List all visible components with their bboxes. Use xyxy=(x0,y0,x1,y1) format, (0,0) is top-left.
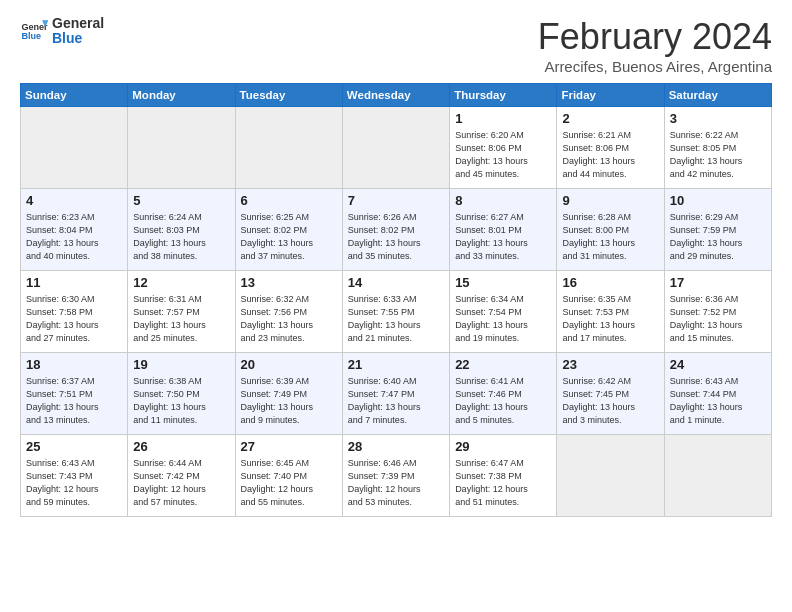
day-number: 29 xyxy=(455,439,551,454)
calendar-cell xyxy=(557,435,664,517)
day-info: Sunrise: 6:34 AM Sunset: 7:54 PM Dayligh… xyxy=(455,293,551,345)
day-number: 22 xyxy=(455,357,551,372)
day-info: Sunrise: 6:37 AM Sunset: 7:51 PM Dayligh… xyxy=(26,375,122,427)
day-info: Sunrise: 6:42 AM Sunset: 7:45 PM Dayligh… xyxy=(562,375,658,427)
calendar-cell: 14Sunrise: 6:33 AM Sunset: 7:55 PM Dayli… xyxy=(342,271,449,353)
day-number: 5 xyxy=(133,193,229,208)
calendar-cell: 25Sunrise: 6:43 AM Sunset: 7:43 PM Dayli… xyxy=(21,435,128,517)
calendar-cell xyxy=(21,107,128,189)
day-info: Sunrise: 6:24 AM Sunset: 8:03 PM Dayligh… xyxy=(133,211,229,263)
calendar-cell: 28Sunrise: 6:46 AM Sunset: 7:39 PM Dayli… xyxy=(342,435,449,517)
svg-text:Blue: Blue xyxy=(21,32,41,42)
day-info: Sunrise: 6:33 AM Sunset: 7:55 PM Dayligh… xyxy=(348,293,444,345)
day-info: Sunrise: 6:22 AM Sunset: 8:05 PM Dayligh… xyxy=(670,129,766,181)
calendar-week-1: 1Sunrise: 6:20 AM Sunset: 8:06 PM Daylig… xyxy=(21,107,772,189)
calendar-cell: 3Sunrise: 6:22 AM Sunset: 8:05 PM Daylig… xyxy=(664,107,771,189)
day-info: Sunrise: 6:20 AM Sunset: 8:06 PM Dayligh… xyxy=(455,129,551,181)
calendar-week-4: 18Sunrise: 6:37 AM Sunset: 7:51 PM Dayli… xyxy=(21,353,772,435)
calendar-cell: 8Sunrise: 6:27 AM Sunset: 8:01 PM Daylig… xyxy=(450,189,557,271)
calendar-header-tuesday: Tuesday xyxy=(235,84,342,107)
day-number: 10 xyxy=(670,193,766,208)
day-info: Sunrise: 6:35 AM Sunset: 7:53 PM Dayligh… xyxy=(562,293,658,345)
calendar-cell: 20Sunrise: 6:39 AM Sunset: 7:49 PM Dayli… xyxy=(235,353,342,435)
calendar-cell: 2Sunrise: 6:21 AM Sunset: 8:06 PM Daylig… xyxy=(557,107,664,189)
calendar-cell: 13Sunrise: 6:32 AM Sunset: 7:56 PM Dayli… xyxy=(235,271,342,353)
calendar-cell xyxy=(342,107,449,189)
logo-icon: General Blue xyxy=(20,17,48,45)
logo-line1: General xyxy=(52,16,104,31)
calendar-cell: 16Sunrise: 6:35 AM Sunset: 7:53 PM Dayli… xyxy=(557,271,664,353)
day-number: 1 xyxy=(455,111,551,126)
day-info: Sunrise: 6:45 AM Sunset: 7:40 PM Dayligh… xyxy=(241,457,337,509)
day-number: 13 xyxy=(241,275,337,290)
day-number: 28 xyxy=(348,439,444,454)
calendar-week-5: 25Sunrise: 6:43 AM Sunset: 7:43 PM Dayli… xyxy=(21,435,772,517)
calendar-header-sunday: Sunday xyxy=(21,84,128,107)
calendar-cell: 5Sunrise: 6:24 AM Sunset: 8:03 PM Daylig… xyxy=(128,189,235,271)
calendar-table: SundayMondayTuesdayWednesdayThursdayFrid… xyxy=(20,83,772,517)
calendar-cell: 22Sunrise: 6:41 AM Sunset: 7:46 PM Dayli… xyxy=(450,353,557,435)
calendar-cell: 6Sunrise: 6:25 AM Sunset: 8:02 PM Daylig… xyxy=(235,189,342,271)
day-number: 19 xyxy=(133,357,229,372)
day-number: 24 xyxy=(670,357,766,372)
day-number: 25 xyxy=(26,439,122,454)
calendar-cell: 17Sunrise: 6:36 AM Sunset: 7:52 PM Dayli… xyxy=(664,271,771,353)
calendar-cell: 24Sunrise: 6:43 AM Sunset: 7:44 PM Dayli… xyxy=(664,353,771,435)
calendar-cell: 7Sunrise: 6:26 AM Sunset: 8:02 PM Daylig… xyxy=(342,189,449,271)
day-number: 14 xyxy=(348,275,444,290)
day-number: 17 xyxy=(670,275,766,290)
day-info: Sunrise: 6:43 AM Sunset: 7:44 PM Dayligh… xyxy=(670,375,766,427)
day-number: 26 xyxy=(133,439,229,454)
calendar-cell: 29Sunrise: 6:47 AM Sunset: 7:38 PM Dayli… xyxy=(450,435,557,517)
day-info: Sunrise: 6:46 AM Sunset: 7:39 PM Dayligh… xyxy=(348,457,444,509)
day-number: 27 xyxy=(241,439,337,454)
day-number: 15 xyxy=(455,275,551,290)
day-number: 12 xyxy=(133,275,229,290)
logo: General Blue General Blue xyxy=(20,16,104,47)
calendar-week-2: 4Sunrise: 6:23 AM Sunset: 8:04 PM Daylig… xyxy=(21,189,772,271)
logo-line2: Blue xyxy=(52,31,104,46)
month-title: February 2024 xyxy=(538,16,772,58)
calendar-cell: 10Sunrise: 6:29 AM Sunset: 7:59 PM Dayli… xyxy=(664,189,771,271)
day-info: Sunrise: 6:25 AM Sunset: 8:02 PM Dayligh… xyxy=(241,211,337,263)
calendar-cell: 23Sunrise: 6:42 AM Sunset: 7:45 PM Dayli… xyxy=(557,353,664,435)
page: General Blue General Blue February 2024 … xyxy=(0,0,792,612)
day-info: Sunrise: 6:41 AM Sunset: 7:46 PM Dayligh… xyxy=(455,375,551,427)
day-number: 2 xyxy=(562,111,658,126)
day-info: Sunrise: 6:29 AM Sunset: 7:59 PM Dayligh… xyxy=(670,211,766,263)
day-info: Sunrise: 6:40 AM Sunset: 7:47 PM Dayligh… xyxy=(348,375,444,427)
day-number: 3 xyxy=(670,111,766,126)
day-info: Sunrise: 6:32 AM Sunset: 7:56 PM Dayligh… xyxy=(241,293,337,345)
header: General Blue General Blue February 2024 … xyxy=(20,16,772,75)
day-info: Sunrise: 6:38 AM Sunset: 7:50 PM Dayligh… xyxy=(133,375,229,427)
location: Arrecifes, Buenos Aires, Argentina xyxy=(538,58,772,75)
day-info: Sunrise: 6:36 AM Sunset: 7:52 PM Dayligh… xyxy=(670,293,766,345)
day-number: 6 xyxy=(241,193,337,208)
calendar-header-thursday: Thursday xyxy=(450,84,557,107)
day-info: Sunrise: 6:27 AM Sunset: 8:01 PM Dayligh… xyxy=(455,211,551,263)
calendar-cell xyxy=(128,107,235,189)
calendar-header-saturday: Saturday xyxy=(664,84,771,107)
calendar-week-3: 11Sunrise: 6:30 AM Sunset: 7:58 PM Dayli… xyxy=(21,271,772,353)
day-info: Sunrise: 6:28 AM Sunset: 8:00 PM Dayligh… xyxy=(562,211,658,263)
calendar-cell: 21Sunrise: 6:40 AM Sunset: 7:47 PM Dayli… xyxy=(342,353,449,435)
day-number: 20 xyxy=(241,357,337,372)
calendar-cell xyxy=(664,435,771,517)
day-info: Sunrise: 6:47 AM Sunset: 7:38 PM Dayligh… xyxy=(455,457,551,509)
calendar-cell: 26Sunrise: 6:44 AM Sunset: 7:42 PM Dayli… xyxy=(128,435,235,517)
calendar-header-wednesday: Wednesday xyxy=(342,84,449,107)
day-number: 4 xyxy=(26,193,122,208)
calendar-cell: 11Sunrise: 6:30 AM Sunset: 7:58 PM Dayli… xyxy=(21,271,128,353)
day-number: 9 xyxy=(562,193,658,208)
title-block: February 2024 Arrecifes, Buenos Aires, A… xyxy=(538,16,772,75)
calendar-header-row: SundayMondayTuesdayWednesdayThursdayFrid… xyxy=(21,84,772,107)
day-number: 7 xyxy=(348,193,444,208)
calendar-cell xyxy=(235,107,342,189)
calendar-cell: 9Sunrise: 6:28 AM Sunset: 8:00 PM Daylig… xyxy=(557,189,664,271)
calendar-cell: 12Sunrise: 6:31 AM Sunset: 7:57 PM Dayli… xyxy=(128,271,235,353)
day-number: 21 xyxy=(348,357,444,372)
day-number: 23 xyxy=(562,357,658,372)
day-info: Sunrise: 6:31 AM Sunset: 7:57 PM Dayligh… xyxy=(133,293,229,345)
day-number: 16 xyxy=(562,275,658,290)
day-info: Sunrise: 6:21 AM Sunset: 8:06 PM Dayligh… xyxy=(562,129,658,181)
